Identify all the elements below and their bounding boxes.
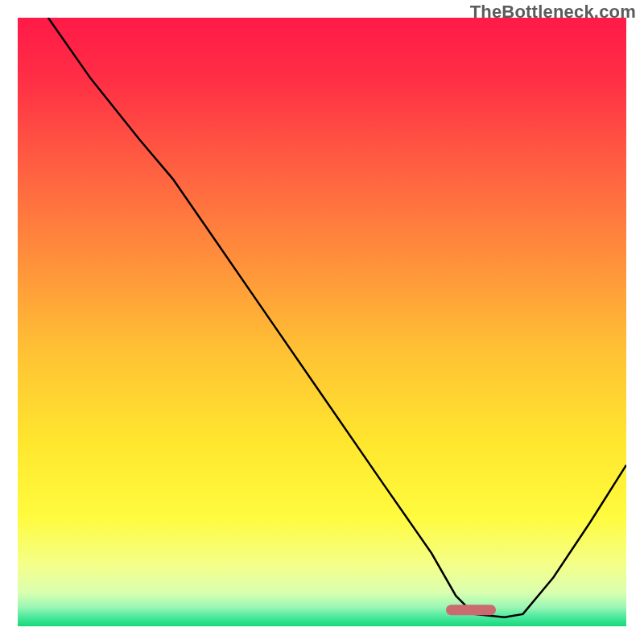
watermark-text: TheBottleneck.com [470, 2, 636, 23]
bottleneck-curve-path [48, 18, 626, 617]
optimal-region-marker [446, 605, 496, 616]
bottleneck-curve [18, 18, 626, 626]
chart-plot-area [18, 18, 626, 626]
